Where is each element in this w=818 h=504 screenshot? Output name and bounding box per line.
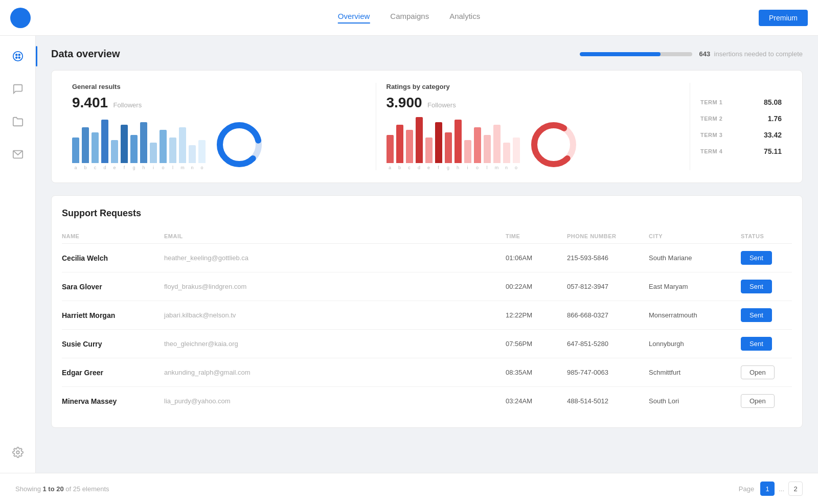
bar-label: g (132, 165, 135, 170)
status-button[interactable]: Sent (741, 251, 772, 265)
status-button[interactable]: Open (741, 365, 775, 379)
cell-time: 08:35AM (506, 369, 567, 376)
bar-label: b (84, 165, 86, 170)
bar (416, 117, 423, 163)
ratings-title: Ratings by category (387, 83, 680, 90)
progress-bar-fill (580, 52, 661, 56)
sidebar (0, 36, 36, 473)
bar-label: f (438, 165, 439, 170)
table-row: Minerva Massey lia_purdy@yahoo.com 03:24… (62, 387, 792, 415)
bar (474, 127, 481, 163)
bar (513, 138, 520, 163)
premium-button[interactable]: Premium (759, 10, 808, 26)
progress-text: 643 insertions needed to complete (699, 50, 803, 58)
table-header-cell: NAME (62, 233, 164, 239)
cell-status: Sent (741, 308, 792, 322)
bar (121, 125, 128, 163)
bar-wrap: n (503, 143, 510, 170)
table-header-cell: TIME (506, 233, 567, 239)
bar-label: a (74, 165, 77, 170)
cell-name: Harriett Morgan (62, 311, 164, 319)
sidebar-item-mail[interactable] (8, 144, 28, 165)
bar (425, 138, 433, 163)
app-body: Data overview 643 insertions needed to c… (0, 36, 818, 473)
bar-label: i (153, 165, 154, 170)
sidebar-item-folder[interactable] (8, 111, 28, 132)
page-btn-2[interactable]: 2 (788, 482, 803, 496)
table-header: NAMEEMAILTIMEPHONE NUMBERCITYSTATUS (62, 229, 792, 244)
table-body: Cecilia Welch heather_keeling@gottlieb.c… (62, 244, 792, 415)
term-value: 85.08 (764, 98, 782, 106)
pagination: Page 1 ... 2 (739, 482, 803, 496)
cell-email: heather_keeling@gottlieb.ca (164, 254, 506, 262)
svg-point-2 (18, 54, 20, 56)
bar-label: o (162, 165, 164, 170)
page-title: Data overview (51, 48, 120, 60)
support-requests-title: Support Requests (62, 208, 792, 219)
cell-city: Schmittfurt (649, 369, 741, 376)
cell-name: Susie Curry (62, 340, 164, 348)
progress-suffix: insertions needed to complete (714, 50, 803, 58)
bar (387, 135, 394, 163)
bar-wrap: d (416, 117, 423, 170)
cell-phone: 647-851-5280 (567, 340, 649, 348)
bar-wrap: l (484, 135, 491, 170)
sidebar-item-chat[interactable] (8, 79, 28, 99)
bar (179, 127, 186, 163)
cell-email: jabari.kilback@nelson.tv (164, 311, 506, 319)
general-results-panel: General results 9.401 Followers abcdefgh… (62, 83, 376, 170)
data-overview-header: Data overview 643 insertions needed to c… (51, 48, 803, 60)
top-nav: Overview Campaigns Analytics Premium (0, 0, 818, 36)
bar-label: b (398, 165, 401, 170)
page-label: Page (739, 485, 754, 493)
bar (92, 132, 99, 163)
sidebar-item-settings[interactable] (8, 442, 28, 463)
bar-label: i (467, 165, 468, 170)
bar (445, 132, 452, 163)
bar-wrap: a (387, 135, 394, 170)
term-label: TERM 4 (700, 148, 722, 154)
table-row: Sara Glover floyd_brakus@lindgren.com 00… (62, 272, 792, 301)
bar-label: f (124, 165, 125, 170)
cell-status: Sent (741, 337, 792, 351)
bar-label: o (200, 165, 203, 170)
logo (10, 8, 31, 28)
bar-wrap: o (160, 130, 167, 170)
bar-wrap: l (169, 138, 176, 170)
cell-time: 12:22PM (506, 311, 567, 319)
bar (406, 130, 413, 163)
bar (455, 120, 462, 163)
sidebar-item-palette[interactable] (8, 46, 28, 66)
term-row: TERM 185.08 (700, 98, 782, 106)
bar-label: o (476, 165, 479, 170)
bar (493, 125, 501, 163)
bar-label: m (180, 165, 185, 170)
tab-campaigns[interactable]: Campaigns (390, 12, 429, 24)
status-button[interactable]: Sent (741, 308, 772, 322)
bar-label: l (487, 165, 488, 170)
bar-wrap: b (396, 125, 403, 170)
cell-email: lia_purdy@yahoo.com (164, 397, 506, 405)
bar-wrap: o (513, 138, 520, 170)
tab-analytics[interactable]: Analytics (449, 12, 480, 24)
cell-city: South Lori (649, 397, 741, 405)
table-header-cell: CITY (649, 233, 741, 239)
table-header-cell: STATUS (741, 233, 792, 239)
support-requests-card: Support Requests NAMEEMAILTIMEPHONE NUMB… (51, 195, 803, 428)
table-row: Harriett Morgan jabari.kilback@nelson.tv… (62, 301, 792, 330)
progress-section: 643 insertions needed to complete (580, 50, 803, 58)
bar-label: a (389, 165, 391, 170)
bar-wrap: a (72, 138, 79, 170)
bar-label: c (94, 165, 97, 170)
page-btn-1[interactable]: 1 (760, 482, 775, 496)
status-button[interactable]: Sent (741, 280, 772, 293)
bar (435, 122, 442, 163)
cell-city: Lonnyburgh (649, 340, 741, 348)
status-button[interactable]: Sent (741, 337, 772, 351)
table-header-cell: EMAIL (164, 233, 506, 239)
tab-overview[interactable]: Overview (338, 12, 370, 24)
ratings-donut (528, 119, 579, 170)
general-results-title: General results (72, 83, 366, 90)
bar (198, 140, 206, 163)
status-button[interactable]: Open (741, 394, 775, 408)
